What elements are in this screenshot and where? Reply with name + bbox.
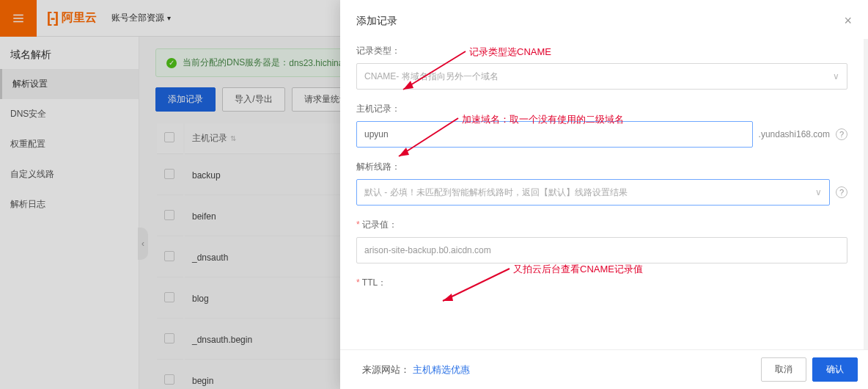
route-select[interactable]: 默认 - 必填！未匹配到智能解析线路时，返回【默认】线路设置结果 ∨: [356, 179, 830, 206]
record-value-input[interactable]: arison-site-backup.b0.aicdn.com: [356, 237, 847, 263]
source-link[interactable]: 主机精选优惠: [413, 364, 470, 375]
source-attribution: 来源网站： 主机精选优惠: [362, 363, 470, 377]
ttl-label: TTL：: [356, 277, 847, 289]
add-record-modal: 添加记录 × 记录类型： CNAME- 将域名指向另外一个域名 ∨ 主机记录： …: [340, 0, 868, 389]
route-value: 默认 - 必填！未匹配到智能解析线路时，返回【默认】线路设置结果: [364, 186, 628, 199]
help-icon[interactable]: ?: [836, 128, 847, 140]
route-label: 解析线路：: [356, 161, 847, 173]
record-type-value: CNAME- 将域名指向另外一个域名: [364, 70, 499, 83]
modal-title: 添加记录: [356, 15, 397, 28]
record-type-select[interactable]: CNAME- 将域名指向另外一个域名 ∨: [356, 63, 847, 90]
confirm-button[interactable]: 确认: [812, 357, 858, 382]
chevron-down-icon: ∨: [833, 71, 839, 81]
record-type-label: 记录类型：: [356, 45, 847, 57]
close-icon[interactable]: ×: [844, 13, 852, 29]
host-suffix: .yundashi168.com: [759, 129, 830, 139]
value-label: 记录值：: [356, 219, 847, 231]
help-icon[interactable]: ?: [836, 186, 847, 198]
chevron-down-icon: ∨: [815, 187, 822, 197]
cancel-button[interactable]: 取消: [761, 357, 806, 382]
host-label: 主机记录：: [356, 103, 847, 115]
host-input[interactable]: upyun: [356, 121, 753, 148]
